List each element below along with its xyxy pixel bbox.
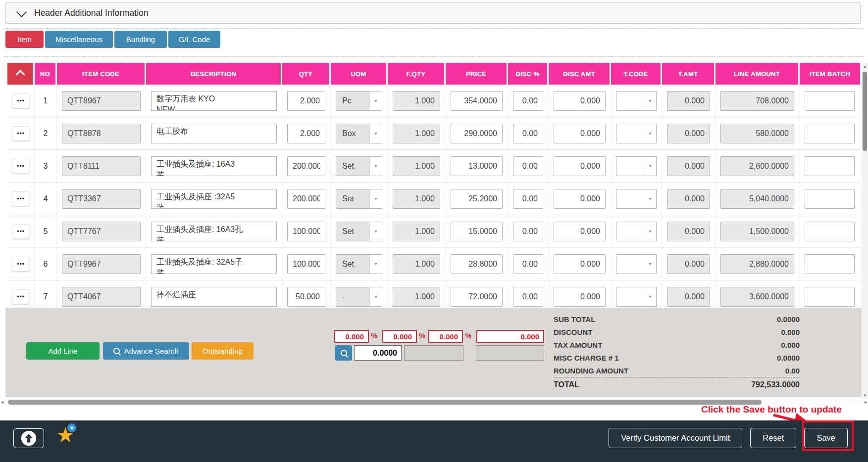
misc-charge-search-button[interactable] (335, 345, 352, 361)
item-batch-input[interactable] (805, 254, 855, 274)
disc-pct-input[interactable] (513, 222, 543, 241)
row-actions-button[interactable]: ••• (12, 289, 30, 304)
disc-pct-input[interactable] (513, 91, 543, 111)
tamt-input (667, 254, 710, 274)
disc-amt-input[interactable] (554, 222, 606, 241)
item-batch-input[interactable] (805, 156, 855, 176)
disc-pct-input[interactable] (513, 189, 543, 209)
tcode-select[interactable]: ▾ (616, 287, 657, 307)
save-button[interactable]: Save (804, 428, 848, 448)
qty-input[interactable] (287, 189, 325, 209)
price-input[interactable] (451, 124, 503, 143)
item-batch-input[interactable] (805, 91, 855, 111)
tab-miscellaneous[interactable]: Miscellaneous (45, 31, 113, 48)
misc-charge-value: 0.0000 (777, 354, 800, 362)
tab-gl-code[interactable]: G/L Code (168, 31, 220, 48)
row-actions-button[interactable]: ••• (12, 257, 30, 272)
vertical-scroll-thumb[interactable] (863, 72, 867, 151)
vertical-scrollbar[interactable]: ▴ ▾ (862, 63, 868, 399)
qty-input[interactable] (287, 91, 325, 111)
tcode-select[interactable]: ▾ (616, 124, 657, 143)
item-batch-input[interactable] (805, 287, 855, 307)
add-line-button[interactable]: Add Line (26, 342, 100, 360)
disc-amt-input[interactable] (554, 124, 606, 143)
outstanding-button[interactable]: Outstanding (192, 342, 254, 360)
misc-charge-field-1[interactable] (404, 345, 463, 361)
disc-amt-input[interactable] (554, 91, 606, 111)
reset-button[interactable]: Reset (750, 428, 796, 448)
uom-select[interactable]: Pc ▾ (336, 91, 382, 111)
tcode-select[interactable]: ▾ (616, 254, 657, 274)
discount-3-input[interactable] (428, 330, 463, 343)
discount-2-input[interactable] (382, 330, 417, 343)
disc-pct-input[interactable] (513, 287, 543, 307)
qty-input[interactable] (287, 124, 325, 143)
disc-amt-input[interactable] (554, 254, 606, 274)
row-actions-button[interactable]: ••• (12, 126, 30, 141)
row-actions-button[interactable]: ••• (12, 224, 30, 239)
col-uom: UOM (331, 63, 388, 85)
scroll-right-icon[interactable]: ▸ (865, 399, 867, 405)
qty-input[interactable] (287, 287, 325, 307)
tab-bundling[interactable]: Bundling (114, 31, 167, 48)
description-input[interactable]: 数字万用表 KYO NEW (151, 91, 277, 111)
uom-select[interactable]: Set ▾ (336, 156, 382, 176)
item-batch-input[interactable] (805, 124, 855, 143)
price-input[interactable] (451, 222, 503, 241)
tcode-select[interactable]: ▾ (616, 189, 657, 209)
advance-search-button[interactable]: Advance Search (103, 342, 189, 360)
uom-select[interactable]: - ▾ (336, 287, 382, 307)
qty-input[interactable] (287, 156, 325, 176)
price-input[interactable] (451, 254, 503, 274)
tcode-select[interactable]: ▾ (616, 222, 657, 241)
item-code-input (62, 124, 141, 143)
scroll-left-icon[interactable]: ◂ (1, 399, 3, 405)
item-batch-input[interactable] (805, 222, 855, 241)
row-actions-button[interactable]: ••• (12, 93, 30, 108)
item-batch-input[interactable] (805, 189, 855, 209)
description-input[interactable]: 摔不烂插座 (151, 287, 277, 307)
uom-select[interactable]: Set ▾ (336, 254, 382, 274)
description-input[interactable]: 工业插头及插座: 16A3 装 (151, 156, 277, 176)
uom-select[interactable]: Box ▾ (336, 124, 382, 143)
disc-amt-input[interactable] (554, 287, 606, 307)
description-input[interactable]: 工业插头及插座 :32A5 装 (151, 189, 277, 209)
verify-customer-account-limit-button[interactable]: Verify Customer Account Limit (609, 428, 742, 448)
disc-pct-input[interactable] (513, 254, 543, 274)
description-input[interactable]: 工业插头及插座: 16A3孔 装 (151, 222, 277, 241)
disc-amt-input[interactable] (554, 189, 606, 209)
description-input[interactable]: 电工胶布 (151, 124, 277, 143)
qty-input[interactable] (287, 222, 325, 241)
price-input[interactable] (451, 287, 503, 307)
discount-1-input[interactable] (334, 330, 369, 343)
tab-item[interactable]: Item (5, 31, 44, 48)
row-actions-button[interactable]: ••• (12, 191, 30, 206)
chevron-down-icon (16, 6, 27, 17)
uom-select[interactable]: Set ▾ (336, 189, 382, 209)
disc-amt-input[interactable] (554, 156, 606, 176)
description-input[interactable]: 工业插头及插座: 32A5子 装 (151, 254, 277, 274)
row-number: 6 (44, 260, 48, 269)
price-input[interactable] (451, 156, 503, 176)
uom-select[interactable]: Set ▾ (336, 222, 382, 241)
scroll-down-icon[interactable]: ▾ (862, 393, 868, 398)
disc-pct-input[interactable] (513, 156, 543, 176)
misc-charge-input[interactable] (354, 345, 402, 361)
favorite-add-button[interactable]: ★ + (53, 423, 77, 447)
header-additional-info-panel[interactable]: Header Additional Information (5, 2, 861, 24)
scroll-up-icon[interactable]: ▴ (862, 64, 868, 69)
row-actions-button[interactable]: ••• (12, 159, 30, 174)
table-row: ••• 7 摔不烂插座 - ▾ ▾ (7, 280, 860, 308)
tcode-select[interactable]: ▾ (616, 91, 657, 111)
misc-charge-field-2[interactable] (476, 345, 544, 361)
disc-pct-input[interactable] (513, 124, 543, 143)
horizontal-scroll-thumb[interactable] (8, 400, 762, 405)
discount-amount-input[interactable] (476, 330, 544, 343)
total-label: TOTAL (554, 380, 579, 389)
qty-input[interactable] (287, 254, 325, 274)
price-input[interactable] (451, 91, 503, 111)
upload-button[interactable] (13, 428, 44, 448)
price-input[interactable] (451, 189, 503, 209)
collapse-rows-header-cell[interactable] (7, 63, 35, 85)
tcode-select[interactable]: ▾ (616, 156, 657, 176)
